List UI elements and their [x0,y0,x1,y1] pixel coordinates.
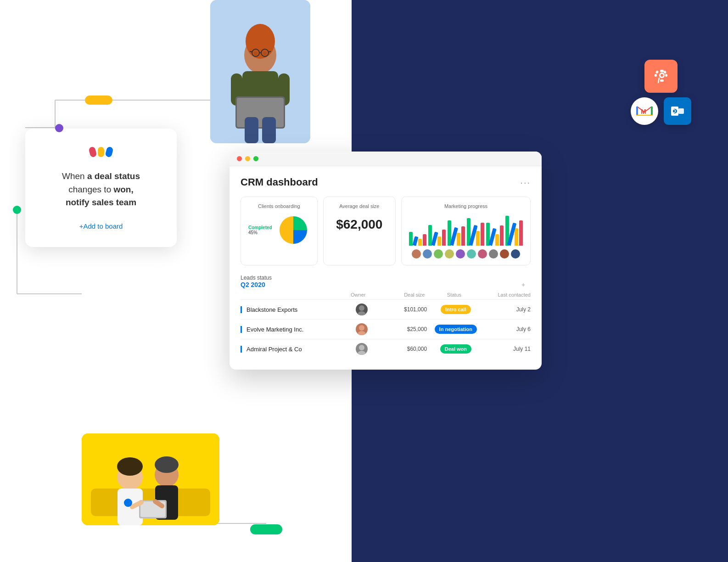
company-name-2: Evolve Marketing Inc. [241,326,342,333]
leads-title: Leads status [241,275,272,281]
table-row: Blackstone Exports $101,000 Intro call J… [241,299,531,319]
hubspot-icon[interactable] [644,60,678,93]
svg-line-51 [658,78,659,83]
status-3: Deal won [427,344,484,354]
marketing-bar-chart [409,214,523,246]
avatar-4 [445,249,454,259]
node-blue-bottom [124,499,132,507]
status-2: In negotiation [427,325,484,334]
company-name-1: Blackstone Exports [241,306,342,313]
svg-point-17 [254,51,258,55]
contacted-1: July 2 [485,306,531,313]
avatar-9 [500,249,509,259]
average-deal-value: $62,000 [331,214,388,232]
deal-1: $101,000 [381,306,427,313]
more-options-icon[interactable]: ··· [520,177,531,188]
svg-text:O: O [672,108,676,114]
average-deal-label: Average deal size [331,203,388,209]
status-badge-1: Intro call [441,305,471,314]
svg-rect-53 [636,107,638,116]
svg-point-41 [359,345,364,350]
svg-point-18 [263,51,267,55]
automation-text: When a deal status changes to won, notif… [42,170,160,209]
svg-rect-47 [655,74,657,77]
svg-line-22 [250,51,252,52]
col-owner-header: Owner [339,292,378,298]
svg-text:M: M [641,108,646,115]
avatar-2 [423,249,432,259]
clients-onboarding-label: Clients onboarding [248,203,310,209]
svg-rect-45 [660,70,664,72]
node-green-bottom [250,524,282,534]
add-to-board-link[interactable]: +Add to board [79,222,123,230]
svg-rect-54 [651,107,653,116]
svg-rect-15 [245,117,258,143]
stat-marketing: Marketing progress [401,197,531,265]
deal-3: $60,000 [381,346,427,352]
svg-rect-16 [262,117,276,143]
logo-bar-red [88,146,97,158]
col-status-header: Status [425,292,483,298]
stat-clients-onboarding: Clients onboarding Completed 45% [241,197,318,265]
crm-window: CRM dashboard ··· Clients onboarding Com… [230,152,542,370]
svg-rect-48 [665,74,667,77]
svg-rect-49 [655,70,659,74]
svg-point-38 [358,311,366,315]
avatar-1 [412,249,421,259]
monday-logo [42,147,160,157]
owner-1 [342,303,381,315]
person-photo-top [210,0,310,143]
team-photo [82,433,219,525]
leads-section: Leads status Q2 2020 + Owner Deal size S… [241,275,531,359]
stats-row: Clients onboarding Completed 45% [241,197,531,265]
status-badge-3: Deal won [440,344,471,354]
leads-period: Q2 2020 [241,281,272,288]
stat-average-deal: Average deal size $62,000 [323,197,396,265]
table-row: Admiral Project & Co $60,000 Deal won Ju… [241,339,531,359]
svg-line-23 [269,51,271,52]
add-column-icon[interactable]: + [521,281,531,288]
col-contacted-header: Last contacted [484,292,531,298]
svg-point-9 [246,24,275,59]
logo-bar-green [105,146,113,158]
avatar-owner-2 [356,323,368,335]
node-yellow [85,96,112,105]
contacted-3: July 11 [485,346,531,352]
owner-3 [342,343,381,355]
svg-point-37 [359,305,364,311]
status-badge-2: In negotiation [435,325,477,334]
pie-chart [277,214,310,247]
avatar-6 [467,249,476,259]
node-purple [55,124,63,132]
svg-point-31 [155,456,179,473]
svg-point-44 [661,74,663,77]
deal-2: $25,000 [381,326,427,332]
window-dot-red [237,156,242,161]
svg-rect-46 [660,79,664,82]
avatar-5 [456,249,465,259]
window-dot-green [253,156,258,161]
window-dot-yellow [245,156,250,161]
svg-rect-14 [237,98,284,127]
crm-title: CRM dashboard [241,176,318,188]
avatar-owner-3 [356,343,368,355]
avatar-row [409,249,523,259]
col-deal-header: Deal size [378,292,425,298]
automation-card: When a deal status changes to won, notif… [25,129,177,247]
completed-label: Completed [248,225,272,230]
window-titlebar [230,152,542,166]
completed-pct: 45% [248,230,272,235]
avatar-7 [478,249,487,259]
avatar-3 [434,249,443,259]
avatar-10 [511,249,520,259]
avatar-owner-1 [356,303,368,315]
company-name-3: Admiral Project & Co [241,346,342,353]
logo-bar-yellow [98,147,104,157]
outlook-icon[interactable]: O [664,97,691,125]
table-header: Owner Deal size Status Last contacted [241,290,531,299]
svg-point-39 [359,325,364,331]
svg-point-40 [358,331,366,335]
contacted-2: July 6 [485,326,531,332]
gmail-icon[interactable]: M [631,97,658,125]
table-row: Evolve Marketing Inc. $25,000 In negotia… [241,319,531,339]
